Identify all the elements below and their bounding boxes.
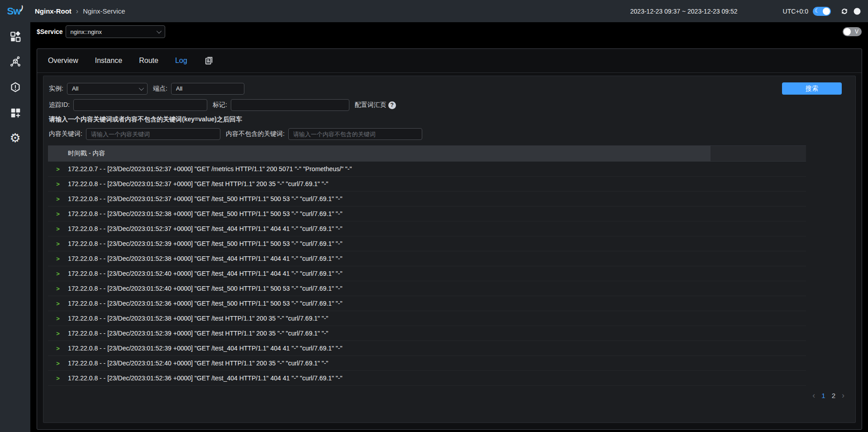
log-table-header-label: 时间戳 - 内容 — [48, 146, 711, 161]
log-row[interactable]: > 172.22.0.8 - - [23/Dec/2023:01:52:36 +… — [48, 296, 806, 311]
time-range-picker[interactable]: 2023-12-23 09:37 ~ 2023-12-23 09:52 — [630, 8, 738, 15]
view-mode-toggle[interactable]: V — [843, 27, 862, 36]
expand-arrow-icon[interactable]: > — [48, 255, 68, 262]
expand-arrow-icon[interactable]: > — [48, 360, 68, 367]
expand-arrow-icon[interactable]: > — [48, 211, 68, 217]
log-message: 172.22.0.7 - - [23/Dec/2023:01:52:37 +00… — [68, 165, 352, 173]
exclude-keyword-label: 内容不包含的关键词: — [226, 130, 285, 138]
dashboards-icon — [10, 31, 21, 43]
expand-arrow-icon[interactable]: > — [48, 240, 68, 247]
trace-id-input[interactable] — [73, 99, 207, 111]
page-button-1[interactable]: 1 — [821, 392, 825, 399]
view-toggle-knob — [844, 28, 851, 35]
expand-arrow-icon[interactable]: > — [48, 166, 68, 173]
sidebar-item-alerting[interactable] — [6, 78, 24, 96]
log-row[interactable]: > 172.22.0.8 - - [23/Dec/2023:01:52:40 +… — [48, 356, 806, 371]
log-row[interactable]: > 172.22.0.8 - - [23/Dec/2023:01:52:38 +… — [48, 206, 806, 221]
log-message: 172.22.0.8 - - [23/Dec/2023:01:52:36 +00… — [68, 374, 342, 382]
log-row[interactable]: > 172.22.0.8 - - [23/Dec/2023:01:52:38 +… — [48, 311, 806, 326]
breadcrumb-current[interactable]: Nginx-Service — [83, 7, 125, 15]
sidebar-item-settings[interactable]: ⚙ — [6, 129, 24, 147]
filter-row-3: 内容关键词: 内容不包含的关键词: — [49, 128, 851, 140]
instance-select-value: All — [72, 85, 139, 92]
refresh-icon[interactable] — [840, 7, 849, 16]
tab-route[interactable]: Route — [138, 55, 159, 67]
expand-arrow-icon[interactable]: > — [48, 270, 68, 277]
marketplace-icon — [10, 107, 21, 119]
log-row[interactable]: > 172.22.0.8 - - [23/Dec/2023:01:52:40 +… — [48, 281, 806, 296]
service-select-value: nginx::nginx — [71, 29, 157, 35]
skywalking-logo[interactable]: Sw ) — [0, 5, 30, 17]
theme-toggle[interactable]: ☾ — [813, 7, 831, 16]
exclude-keyword-input[interactable] — [288, 128, 422, 140]
breadcrumb-root[interactable]: Nginx-Root — [35, 7, 72, 15]
log-message: 172.22.0.8 - - [23/Dec/2023:01:52:38 +00… — [68, 255, 342, 262]
next-page-icon[interactable]: › — [842, 391, 844, 399]
tab-log[interactable]: Log — [174, 55, 188, 67]
pagination: ‹ 1 2 › — [48, 391, 851, 399]
breadcrumb-separator-icon: › — [76, 7, 78, 15]
expand-arrow-icon[interactable]: > — [48, 181, 68, 187]
page-button-2[interactable]: 2 — [832, 392, 835, 399]
log-widget: 实例: All 端点: 搜索 追踪ID: 标记: 配置词汇页 ? 请输入一个内容… — [43, 76, 856, 423]
log-message: 172.22.0.8 - - [23/Dec/2023:01:52:37 +00… — [68, 195, 342, 202]
log-row[interactable]: > 172.22.0.8 - - [23/Dec/2023:01:52:40 +… — [48, 266, 806, 281]
log-row[interactable]: > 172.22.0.8 - - [23/Dec/2023:01:52:36 +… — [48, 371, 806, 386]
logo-text: Sw — [7, 5, 21, 17]
expand-arrow-icon[interactable]: > — [48, 196, 68, 202]
log-table-header: 时间戳 - 内容 — [48, 146, 806, 162]
log-message: 172.22.0.8 - - [23/Dec/2023:01:52:37 +00… — [68, 225, 342, 232]
log-row[interactable]: > 172.22.0.8 - - [23/Dec/2023:01:52:39 +… — [48, 236, 806, 251]
keyword-label: 内容关键词: — [49, 130, 82, 138]
log-table: 时间戳 - 内容 > 172.22.0.7 - - [23/Dec/2023:0… — [48, 145, 806, 386]
expand-arrow-icon[interactable]: > — [48, 345, 68, 352]
log-message: 172.22.0.8 - - [23/Dec/2023:01:52:40 +00… — [68, 285, 342, 292]
log-row[interactable]: > 172.22.0.8 - - [23/Dec/2023:01:52:37 +… — [48, 192, 806, 206]
expand-arrow-icon[interactable]: > — [48, 315, 68, 322]
main-panel: Overview Instance Route Log 实例: All 端点: … — [37, 48, 862, 430]
tab-overview[interactable]: Overview — [47, 55, 79, 67]
chevron-down-icon — [139, 85, 144, 90]
expand-arrow-icon[interactable]: > — [48, 300, 68, 307]
endpoint-input[interactable] — [171, 83, 244, 95]
info-icon[interactable] — [853, 7, 862, 16]
log-row[interactable]: > 172.22.0.8 - - [23/Dec/2023:01:52:38 +… — [48, 251, 806, 266]
expand-arrow-icon[interactable]: > — [48, 285, 68, 292]
expand-arrow-icon[interactable]: > — [48, 375, 68, 382]
expand-arrow-icon[interactable]: > — [48, 226, 68, 232]
settings-icon: ⚙ — [10, 132, 20, 144]
config-vocab-label: 配置词汇页 — [355, 101, 386, 109]
log-message: 172.22.0.8 - - [23/Dec/2023:01:52:39 +00… — [68, 240, 342, 247]
sidebar-item-dashboards[interactable] — [6, 28, 24, 46]
timezone-selector[interactable]: UTC+0:0 — [783, 8, 808, 15]
tab-instance[interactable]: Instance — [94, 55, 123, 67]
copy-dashboard-icon[interactable] — [204, 56, 214, 66]
prev-page-icon[interactable]: ‹ — [812, 391, 815, 399]
log-row[interactable]: > 172.22.0.8 - - [23/Dec/2023:01:52:37 +… — [48, 177, 806, 192]
tag-input[interactable] — [231, 99, 349, 111]
sidebar: ⚙ — [0, 22, 30, 432]
instance-select[interactable]: All — [67, 83, 148, 95]
help-icon[interactable]: ? — [388, 101, 396, 109]
log-row[interactable]: > 172.22.0.7 - - [23/Dec/2023:01:52:37 +… — [48, 162, 806, 177]
filter-row-1: 实例: All 端点: 搜索 — [49, 82, 851, 95]
search-button[interactable]: 搜索 — [782, 82, 842, 95]
sidebar-item-topology[interactable] — [6, 53, 24, 71]
log-message: 172.22.0.8 - - [23/Dec/2023:01:52:40 +00… — [68, 360, 328, 367]
log-table-header-gutter — [711, 146, 806, 161]
log-row[interactable]: > 172.22.0.8 - - [23/Dec/2023:01:52:39 +… — [48, 341, 806, 356]
log-row[interactable]: > 172.22.0.8 - - [23/Dec/2023:01:52:39 +… — [48, 326, 806, 341]
log-message: 172.22.0.8 - - [23/Dec/2023:01:52:38 +00… — [68, 315, 328, 322]
log-message: 172.22.0.8 - - [23/Dec/2023:01:52:40 +00… — [68, 270, 342, 277]
topology-icon — [10, 56, 21, 68]
log-row[interactable]: > 172.22.0.8 - - [23/Dec/2023:01:52:37 +… — [48, 221, 806, 236]
log-message: 172.22.0.8 - - [23/Dec/2023:01:52:39 +00… — [68, 330, 328, 337]
service-select[interactable]: nginx::nginx — [66, 25, 165, 38]
view-toggle-label: V — [855, 29, 858, 35]
trace-id-label: 追踪ID: — [49, 101, 70, 109]
sidebar-item-marketplace[interactable] — [6, 104, 24, 122]
expand-arrow-icon[interactable]: > — [48, 330, 68, 337]
log-table-body: > 172.22.0.7 - - [23/Dec/2023:01:52:37 +… — [48, 162, 806, 386]
keyword-input[interactable] — [86, 128, 220, 140]
service-bar: $Service nginx::nginx V — [30, 22, 868, 41]
